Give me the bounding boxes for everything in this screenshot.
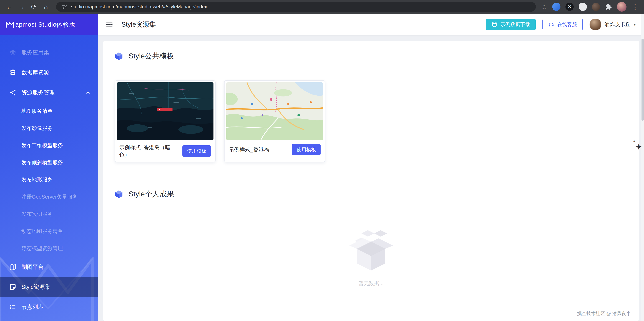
sidebar-nav: 服务应用集 数据库资源 资源服务管理 <box>0 35 98 317</box>
browser-nav-buttons: ← → ⟳ ⌂ <box>4 2 51 12</box>
sidebar-item-label: 节点列表 <box>22 303 44 311</box>
main-column: Style资源集 示例数据下载 在线客服 油炸皮卡丘 ▾ <box>98 14 644 321</box>
sidebar-subitem-register-geoserver[interactable]: 注册GeoServer矢量服务 <box>0 188 98 206</box>
sidebar-subitem-publish-terrain[interactable]: 发布地形服务 <box>0 171 98 188</box>
app-body: apmost Studio体验版 服务应用集 数据库资源 <box>0 14 644 321</box>
template-thumbnail-dark-map[interactable] <box>117 82 214 140</box>
dark-map-preview <box>117 82 214 140</box>
sidebar-subitem-label: 注册GeoServer矢量服务 <box>22 193 78 201</box>
collapse-menu-icon[interactable] <box>105 20 114 29</box>
template-name: 示例样式_香港岛 <box>229 146 269 153</box>
cube-icon <box>114 52 123 60</box>
sidebar-subitem-publish-3d-model[interactable]: 发布三维模型服务 <box>0 137 98 154</box>
extension-icon-avatar[interactable] <box>592 3 600 11</box>
sidebar-subitem-label: 发布预切服务 <box>22 211 52 218</box>
sidebar-subitem-map-service-list[interactable]: 地图服务清单 <box>0 103 98 120</box>
sidebar-item-service-apps[interactable]: 服务应用集 <box>0 43 98 63</box>
extension-icon-x[interactable]: ✕ <box>566 3 574 11</box>
template-card-footer: 示例样式_香港岛（暗色） 使用模板 <box>117 140 214 162</box>
resource-management-icon <box>9 89 16 96</box>
template-card-footer: 示例样式_香港岛 使用模板 <box>226 140 323 159</box>
sidebar-subitem-publish-oblique-model[interactable]: 发布倾斜模型服务 <box>0 154 98 171</box>
sidebar-subitem-publish-pretile[interactable]: 发布预切服务 <box>0 206 98 223</box>
sidebar-item-mapping-platform[interactable]: 制图平台 <box>0 257 98 277</box>
sidebar-item-label: 资源服务管理 <box>22 89 54 96</box>
empty-state: 暂无数据... <box>114 226 628 287</box>
browser-actions: ☆ ✕ ⋮ <box>541 2 640 12</box>
template-cards-row: 示例样式_香港岛（暗色） 使用模板 <box>114 80 628 162</box>
template-card-light[interactable]: 示例样式_香港岛 使用模板 <box>224 80 325 162</box>
bookmark-star-icon[interactable]: ☆ <box>541 3 547 11</box>
sidebar-item-label: Style资源集 <box>22 283 50 291</box>
topbar-actions: 示例数据下载 在线客服 油炸皮卡丘 ▾ <box>486 19 636 30</box>
template-thumbnail-light-map[interactable] <box>226 82 323 140</box>
sidebar-subitem-label: 发布影像服务 <box>22 125 52 132</box>
cube-icon <box>114 190 123 198</box>
sidebar: apmost Studio体验版 服务应用集 数据库资源 <box>0 14 98 321</box>
browser-window: ← → ⟳ ⌂ studio.mapmost.com/mapmost-studi… <box>0 0 644 321</box>
chevron-up-icon <box>85 90 91 96</box>
layers-icon <box>9 49 16 56</box>
template-card-dark[interactable]: 示例样式_香港岛（暗色） 使用模板 <box>114 80 216 162</box>
browser-toolbar: ← → ⟳ ⌂ studio.mapmost.com/mapmost-studi… <box>0 0 644 14</box>
sidebar-item-label: 制图平台 <box>22 263 44 271</box>
url-text: studio.mapmost.com/mapmost-studio-web/#/… <box>71 4 207 10</box>
section-divider <box>114 205 628 205</box>
sidebar-subitem-label: 发布地形服务 <box>22 176 52 183</box>
online-support-button[interactable]: 在线客服 <box>542 19 583 30</box>
user-name: 油炸皮卡丘 <box>604 21 630 28</box>
scrollbar-thumb[interactable] <box>642 39 644 121</box>
sidebar-subitem-static-model-mgmt[interactable]: 静态模型资源管理 <box>0 240 98 257</box>
content-card: Style公共模板 <box>103 41 639 321</box>
page-content: Style公共模板 <box>98 35 644 321</box>
sidebar-subitem-publish-imagery[interactable]: 发布影像服务 <box>0 120 98 137</box>
app-logo[interactable]: apmost Studio体验版 <box>0 14 98 35</box>
use-template-button[interactable]: 使用模板 <box>292 144 320 155</box>
use-template-button[interactable]: 使用模板 <box>182 145 211 157</box>
sidebar-subitem-label: 地图服务清单 <box>22 108 52 115</box>
refresh-icon[interactable]: ⟳ <box>28 2 39 12</box>
template-name: 示例样式_香港岛（暗色） <box>119 144 179 158</box>
empty-state-text: 暂无数据... <box>358 280 384 287</box>
home-icon[interactable]: ⌂ <box>41 2 51 12</box>
sample-data-label: 示例数据下载 <box>500 21 530 28</box>
node-list-icon <box>9 303 16 311</box>
sidebar-item-resource-service-mgmt[interactable]: 资源服务管理 <box>0 83 98 103</box>
extension-icon-translate[interactable] <box>552 3 560 11</box>
personal-results-section-header: Style个人成果 <box>114 189 628 199</box>
sample-data-download-button[interactable]: 示例数据下载 <box>486 19 536 30</box>
sample-data-icon <box>492 22 498 28</box>
sparkle-large-icon: ✦ <box>635 143 642 151</box>
sidebar-item-node-list[interactable]: 节点列表 <box>0 297 98 317</box>
page-title: Style资源集 <box>121 20 156 29</box>
user-menu[interactable]: 油炸皮卡丘 ▾ <box>590 19 636 30</box>
browser-profile-avatar[interactable] <box>617 2 626 12</box>
light-map-preview <box>226 82 323 140</box>
browser-menu-icon[interactable]: ⋮ <box>632 3 639 11</box>
sidebar-item-style-assets[interactable]: Style资源集 <box>0 277 98 297</box>
sidebar-subitem-dynamic-map-list[interactable]: 动态地图服务清单 <box>0 223 98 240</box>
forward-icon[interactable]: → <box>16 2 27 12</box>
public-templates-section-header: Style公共模板 <box>114 51 628 61</box>
scrollbar[interactable] <box>641 14 644 321</box>
community-watermark: 掘金技术社区 @ 清风夜半 <box>577 310 631 317</box>
extension-icon-gray[interactable] <box>579 3 587 11</box>
section-divider <box>114 67 628 67</box>
headset-icon <box>548 22 554 28</box>
sidebar-subitem-label: 发布三维模型服务 <box>22 142 63 149</box>
caret-down-icon: ▾ <box>634 22 636 27</box>
site-settings-icon[interactable] <box>62 4 68 10</box>
online-support-label: 在线客服 <box>557 21 577 28</box>
user-avatar[interactable] <box>590 19 601 30</box>
back-icon[interactable]: ← <box>4 2 15 12</box>
extensions-puzzle-icon[interactable] <box>605 4 612 10</box>
url-bar[interactable]: studio.mapmost.com/mapmost-studio-web/#/… <box>56 2 536 12</box>
mapmost-logo-icon <box>5 21 14 28</box>
empty-box-illustration <box>344 226 398 274</box>
sidebar-subitem-label: 动态地图服务清单 <box>22 228 63 235</box>
sidebar-item-database-resources[interactable]: 数据库资源 <box>0 63 98 83</box>
ai-assistant-icon[interactable]: ✧ ✦ <box>632 139 642 152</box>
sidebar-item-label: 服务应用集 <box>22 49 49 56</box>
sidebar-subitem-label: 静态模型资源管理 <box>22 245 63 252</box>
map-icon <box>9 263 16 271</box>
